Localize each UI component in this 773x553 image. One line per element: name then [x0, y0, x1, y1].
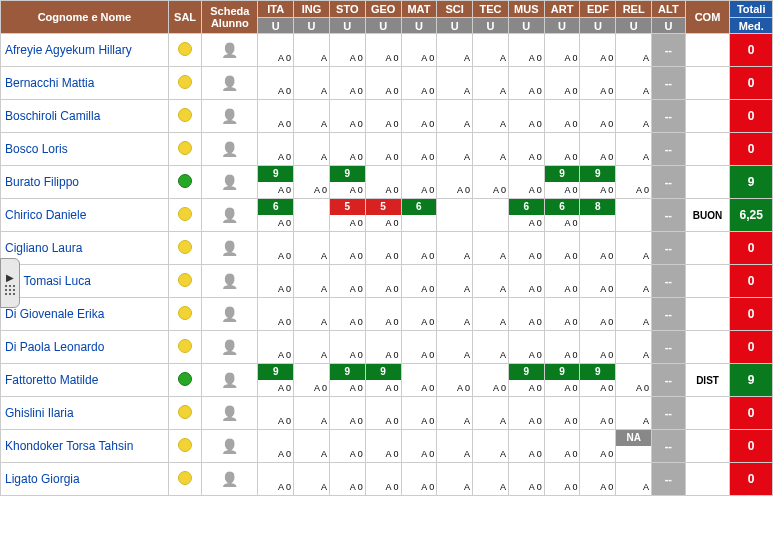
grade-cell[interactable]: A 0 — [365, 463, 401, 496]
grade-cell[interactable]: A 0 — [365, 67, 401, 100]
grade-cell[interactable]: 9A 0 — [329, 166, 365, 199]
grade-cell[interactable]: 9A 0 — [544, 166, 580, 199]
grade-cell[interactable]: A 0 — [544, 232, 580, 265]
scheda-alunno-button[interactable]: 👤 — [202, 331, 258, 364]
student-name[interactable]: Ghislini Ilaria — [1, 397, 169, 430]
grade-cell[interactable]: A 0 — [365, 265, 401, 298]
grade-cell[interactable]: A — [616, 100, 652, 133]
grade-cell[interactable] — [294, 199, 330, 232]
grade-cell[interactable]: A — [437, 67, 473, 100]
grade-cell[interactable]: A — [437, 397, 473, 430]
grade-cell[interactable]: 9A 0 — [580, 364, 616, 397]
grade-cell[interactable]: A 0 — [508, 34, 544, 67]
grade-cell[interactable]: A 0 — [544, 100, 580, 133]
grade-cell[interactable]: A 0 — [401, 463, 437, 496]
grade-cell[interactable]: A 0 — [580, 430, 616, 463]
header-totali[interactable]: Totali — [730, 1, 773, 18]
grade-cell[interactable]: A 0 — [544, 67, 580, 100]
grade-cell[interactable]: A — [437, 463, 473, 496]
grade-cell[interactable]: A 0 — [544, 133, 580, 166]
grade-cell[interactable]: A — [437, 430, 473, 463]
grade-cell[interactable]: 9A 0 — [508, 364, 544, 397]
grade-cell[interactable]: A — [616, 397, 652, 430]
grade-cell[interactable]: A 0 — [544, 331, 580, 364]
grade-cell[interactable]: 9A 0 — [544, 364, 580, 397]
grade-cell[interactable]: 9A 0 — [258, 166, 294, 199]
header-name[interactable]: Cognome e Nome — [1, 1, 169, 34]
grade-cell[interactable]: A — [473, 298, 509, 331]
sal-status[interactable] — [168, 364, 202, 397]
student-name[interactable]: Di Giovenale Erika — [1, 298, 169, 331]
grade-cell[interactable]: A 0 — [258, 67, 294, 100]
grade-cell[interactable]: A 0 — [258, 463, 294, 496]
scheda-alunno-button[interactable]: 👤 — [202, 67, 258, 100]
sal-status[interactable] — [168, 133, 202, 166]
student-name[interactable]: Bosco Loris — [1, 133, 169, 166]
grade-cell[interactable]: 8 — [580, 199, 616, 232]
grade-cell[interactable]: A 0 — [258, 34, 294, 67]
grade-cell[interactable]: A 0 — [544, 463, 580, 496]
header-subj-rel[interactable]: REL — [616, 1, 652, 18]
student-name[interactable]: De Tomasi Luca — [1, 265, 169, 298]
header-subj-ing[interactable]: ING — [294, 1, 330, 18]
grade-cell[interactable]: A 0 — [616, 364, 652, 397]
grade-cell[interactable]: A — [437, 100, 473, 133]
sal-status[interactable] — [168, 298, 202, 331]
grade-cell[interactable]: A 0 — [508, 430, 544, 463]
grade-cell[interactable]: A — [294, 430, 330, 463]
grade-cell[interactable]: A — [437, 265, 473, 298]
grade-cell[interactable]: 9A 0 — [329, 364, 365, 397]
grade-cell[interactable]: A 0 — [616, 166, 652, 199]
grade-cell[interactable]: A 0 — [365, 34, 401, 67]
scheda-alunno-button[interactable]: 👤 — [202, 166, 258, 199]
scheda-alunno-button[interactable]: 👤 — [202, 265, 258, 298]
grade-cell[interactable]: A 0 — [580, 67, 616, 100]
grade-cell[interactable]: A 0 — [580, 133, 616, 166]
grade-cell[interactable]: A 0 — [401, 364, 437, 397]
grade-cell[interactable]: A 0 — [258, 133, 294, 166]
grade-cell[interactable]: A 0 — [508, 232, 544, 265]
grade-cell[interactable]: 5A 0 — [365, 199, 401, 232]
grade-cell[interactable]: 9A 0 — [258, 364, 294, 397]
grade-cell[interactable]: A 0 — [365, 331, 401, 364]
grade-cell[interactable]: A 0 — [329, 298, 365, 331]
grade-cell[interactable]: A 0 — [294, 166, 330, 199]
scheda-alunno-button[interactable]: 👤 — [202, 133, 258, 166]
student-name[interactable]: Cigliano Laura — [1, 232, 169, 265]
grade-cell[interactable]: 6A 0 — [258, 199, 294, 232]
grade-cell[interactable]: A 0 — [258, 397, 294, 430]
grade-cell[interactable]: A 0 — [580, 34, 616, 67]
student-name[interactable]: Fattoretto Matilde — [1, 364, 169, 397]
header-subj-ita[interactable]: ITA — [258, 1, 294, 18]
grade-cell[interactable]: A 0 — [258, 232, 294, 265]
header-subj-tec[interactable]: TEC — [473, 1, 509, 18]
grade-cell[interactable]: A — [616, 232, 652, 265]
grade-cell[interactable]: A 0 — [401, 133, 437, 166]
header-scheda[interactable]: Scheda Alunno — [202, 1, 258, 34]
grade-cell[interactable]: A 0 — [401, 67, 437, 100]
header-subj-sci[interactable]: SCI — [437, 1, 473, 18]
grade-cell[interactable]: A 0 — [401, 232, 437, 265]
grade-cell[interactable]: A — [473, 463, 509, 496]
grade-cell[interactable] — [616, 199, 652, 232]
scheda-alunno-button[interactable]: 👤 — [202, 397, 258, 430]
grade-cell[interactable]: A — [616, 331, 652, 364]
grade-cell[interactable]: A 0 — [508, 397, 544, 430]
grade-cell[interactable]: A 0 — [437, 364, 473, 397]
grade-cell[interactable]: A 0 — [508, 67, 544, 100]
grade-cell[interactable]: 6A 0 — [544, 199, 580, 232]
student-name[interactable]: Khondoker Torsa Tahsin — [1, 430, 169, 463]
grade-cell[interactable]: A — [437, 133, 473, 166]
grade-cell[interactable]: A 0 — [258, 430, 294, 463]
sal-status[interactable] — [168, 331, 202, 364]
grade-cell[interactable]: A — [294, 34, 330, 67]
grade-cell[interactable]: A 0 — [401, 166, 437, 199]
grade-cell[interactable]: A — [473, 232, 509, 265]
grade-cell[interactable]: A — [294, 397, 330, 430]
grade-cell[interactable]: A — [294, 463, 330, 496]
grade-cell[interactable]: A 0 — [329, 397, 365, 430]
grade-cell[interactable]: A 0 — [473, 364, 509, 397]
grade-cell[interactable]: A 0 — [258, 265, 294, 298]
grade-cell[interactable]: NA — [616, 430, 652, 463]
sal-status[interactable] — [168, 463, 202, 496]
